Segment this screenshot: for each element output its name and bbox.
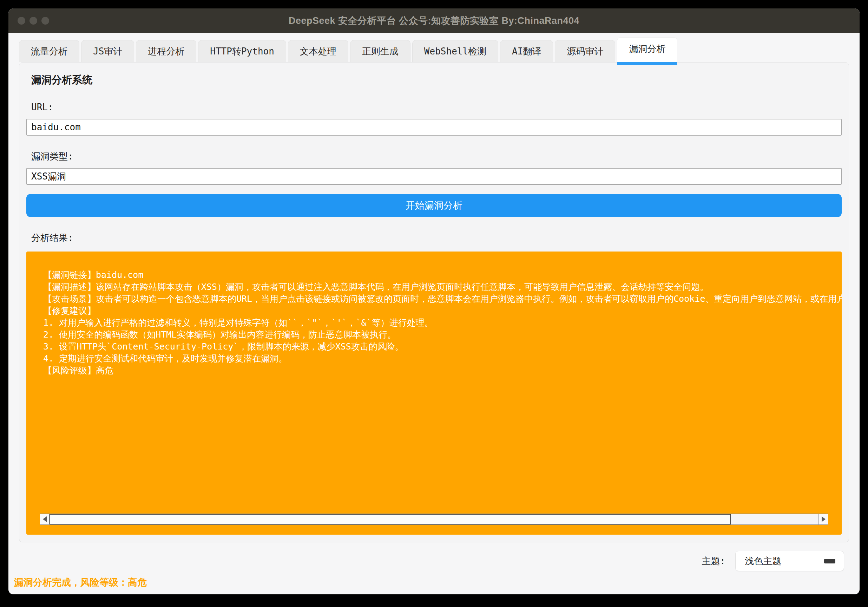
result-line: 4. 定期进行安全测试和代码审计，及时发现并修复潜在漏洞。 xyxy=(43,353,842,365)
scroll-right-arrow-icon xyxy=(822,516,826,522)
title-bar: DeepSeek 安全分析平台 公众号:知攻善防实验室 By:ChinaRan4… xyxy=(8,8,860,33)
result-line: 2. 使用安全的编码函数（如HTML实体编码）对输出内容进行编码，防止恶意脚本被… xyxy=(43,329,842,341)
result-line: 1. 对用户输入进行严格的过滤和转义，特别是对特殊字符（如``，`"`，`'`，… xyxy=(43,317,842,329)
analysis-result-label: 分析结果: xyxy=(31,232,842,244)
vuln-type-label: 漏洞类型: xyxy=(31,151,842,162)
result-line: 【漏洞描述】该网站存在跨站脚本攻击（XSS）漏洞，攻击者可以通过注入恶意脚本代码… xyxy=(43,281,842,293)
start-analysis-button[interactable]: 开始漏洞分析 xyxy=(26,194,842,217)
tab-source-code-audit[interactable]: 源码审计 xyxy=(555,40,615,62)
window-title: DeepSeek 安全分析平台 公众号:知攻善防实验室 By:ChinaRan4… xyxy=(288,14,580,27)
tab-traffic-analysis[interactable]: 流量分析 xyxy=(19,40,79,62)
result-line: 3. 设置HTTP头`Content-Security-Policy`，限制脚本… xyxy=(43,341,842,353)
theme-label: 主题: xyxy=(702,555,725,567)
url-label: URL: xyxy=(31,101,842,113)
horizontal-scrollbar[interactable] xyxy=(40,514,828,525)
scrollbar-track[interactable] xyxy=(731,514,818,525)
url-input[interactable] xyxy=(26,119,842,136)
result-line: 【修复建议】 xyxy=(43,305,842,317)
dropdown-indicator-icon xyxy=(824,559,835,564)
vuln-type-input[interactable] xyxy=(26,168,842,185)
tab-http-to-python[interactable]: HTTP转Python xyxy=(198,40,286,62)
theme-selected-value: 浅色主题 xyxy=(745,555,781,567)
tab-js-audit[interactable]: JS审计 xyxy=(81,40,134,62)
tab-webshell-detection[interactable]: WebShell检测 xyxy=(412,40,498,62)
status-message: 漏洞分析完成，风险等级：高危 xyxy=(14,577,147,588)
tab-text-processing[interactable]: 文本处理 xyxy=(288,40,348,62)
scroll-right-button[interactable] xyxy=(818,514,828,525)
theme-row: 主题: 浅色主题 xyxy=(19,551,849,571)
window-controls xyxy=(17,17,49,25)
close-window-button[interactable] xyxy=(17,17,25,25)
tab-bar: 流量分析 JS审计 进程分析 HTTP转Python 文本处理 正则生成 Web… xyxy=(19,37,849,62)
analysis-result-area[interactable]: 【漏洞链接】baidu.com 【漏洞描述】该网站存在跨站脚本攻击（XSS）漏洞… xyxy=(26,251,842,535)
tab-ai-translation[interactable]: AI翻译 xyxy=(500,40,553,62)
tab-regex-generation[interactable]: 正则生成 xyxy=(350,40,411,62)
scroll-left-arrow-icon xyxy=(43,516,47,522)
app-window: DeepSeek 安全分析平台 公众号:知攻善防实验室 By:ChinaRan4… xyxy=(8,8,860,595)
analysis-result-text: 【漏洞链接】baidu.com 【漏洞描述】该网站存在跨站脚本攻击（XSS）漏洞… xyxy=(43,269,842,377)
status-bar: 漏洞分析完成，风险等级：高危 xyxy=(8,576,860,595)
result-line: 【攻击场景】攻击者可以构造一个包含恶意脚本的URL，当用户点击该链接或访问被篡改… xyxy=(43,293,842,305)
scrollbar-thumb[interactable] xyxy=(50,514,731,525)
vulnerability-analysis-panel: 漏洞分析系统 URL: 漏洞类型: 开始漏洞分析 分析结果: 【漏洞链接】bai… xyxy=(19,62,849,542)
tab-process-analysis[interactable]: 进程分析 xyxy=(136,40,196,62)
result-line: 【风险评级】高危 xyxy=(43,365,842,377)
page-title: 漏洞分析系统 xyxy=(31,73,842,86)
scroll-left-button[interactable] xyxy=(40,514,50,525)
result-line: 【漏洞链接】baidu.com xyxy=(43,269,842,281)
tab-vulnerability-analysis[interactable]: 漏洞分析 xyxy=(617,37,677,65)
minimize-window-button[interactable] xyxy=(29,17,37,25)
maximize-window-button[interactable] xyxy=(42,17,49,25)
theme-dropdown[interactable]: 浅色主题 xyxy=(735,551,844,571)
window-body: 流量分析 JS审计 进程分析 HTTP转Python 文本处理 正则生成 Web… xyxy=(8,33,860,571)
